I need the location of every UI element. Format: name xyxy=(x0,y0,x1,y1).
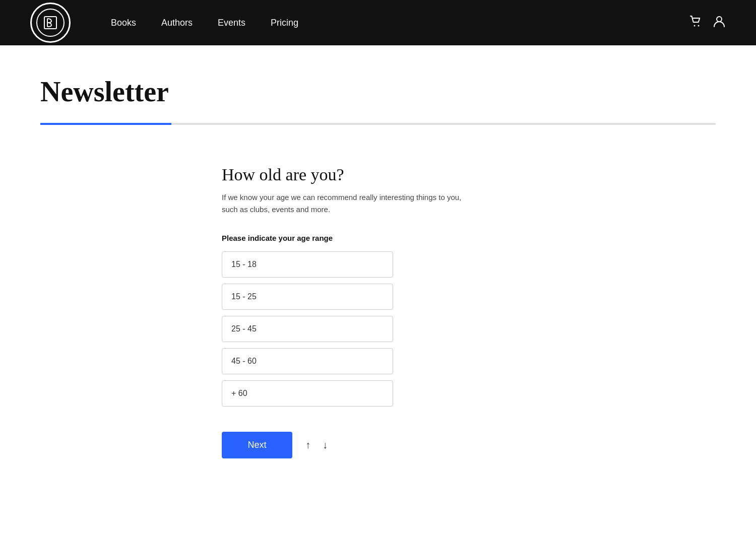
cart-icon[interactable] xyxy=(689,15,703,31)
question-title: How old are you? xyxy=(222,165,534,184)
buttons-row: Next ↑ ↓ xyxy=(222,432,534,458)
age-option-15-18[interactable]: 15 - 18 xyxy=(222,251,393,278)
nav-right xyxy=(689,15,726,31)
svg-point-1 xyxy=(694,25,696,27)
question-subtitle: If we know your age we can recommend rea… xyxy=(222,191,534,216)
field-label: Please indicate your age range xyxy=(222,234,534,242)
page-content: Newsletter How old are you? If we know y… xyxy=(0,45,756,534)
page-title: Newsletter xyxy=(40,76,716,108)
title-underline-blue xyxy=(40,123,171,125)
title-underline-container xyxy=(40,123,716,125)
navbar: Books Authors Events Pricing xyxy=(0,0,756,45)
age-option-25-45[interactable]: 25 - 45 xyxy=(222,316,393,342)
nav-pricing[interactable]: Pricing xyxy=(271,18,298,28)
age-option-60-plus[interactable]: + 60 xyxy=(222,380,393,407)
arrow-down-button[interactable]: ↓ xyxy=(320,437,331,453)
user-icon[interactable] xyxy=(713,15,726,31)
logo-letter xyxy=(36,9,65,37)
nav-links: Books Authors Events Pricing xyxy=(111,18,298,28)
form-area: How old are you? If we know your age we … xyxy=(222,155,534,458)
age-option-45-60[interactable]: 45 - 60 xyxy=(222,348,393,374)
nav-books[interactable]: Books xyxy=(111,18,136,28)
age-options-list: 15 - 18 15 - 25 25 - 45 45 - 60 + 60 xyxy=(222,251,534,407)
svg-point-3 xyxy=(717,17,722,22)
age-option-15-25[interactable]: 15 - 25 xyxy=(222,284,393,310)
nav-authors[interactable]: Authors xyxy=(161,18,193,28)
nav-events[interactable]: Events xyxy=(218,18,245,28)
svg-point-2 xyxy=(698,25,700,27)
next-button[interactable]: Next xyxy=(222,432,292,458)
arrow-up-button[interactable]: ↑ xyxy=(302,437,313,453)
logo[interactable] xyxy=(30,3,71,43)
nav-arrows: ↑ ↓ xyxy=(302,437,331,453)
